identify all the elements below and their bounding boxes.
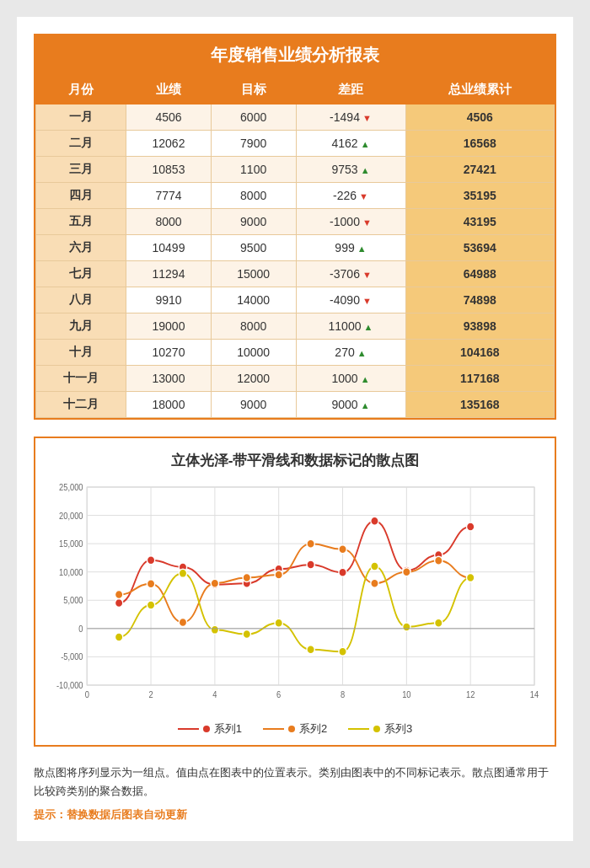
cell-total: 43195 — [405, 209, 555, 235]
table-row: 十月1027010000270 ▲104168 — [36, 340, 555, 366]
svg-point-64 — [339, 647, 346, 656]
svg-point-63 — [307, 646, 314, 654]
table-row: 八月991014000-4090 ▼74898 — [36, 287, 555, 313]
cell-target: 7900 — [211, 131, 296, 157]
cell-total: 53694 — [405, 235, 555, 261]
cell-month: 十二月 — [36, 392, 126, 418]
table-row: 四月77748000-226 ▼35195 — [36, 183, 555, 209]
cell-diff: 4162 ▲ — [296, 131, 405, 157]
cell-performance: 8000 — [126, 209, 212, 235]
cell-diff: -226 ▼ — [296, 183, 405, 209]
chart-legend: 系列1系列2系列3 — [44, 721, 546, 737]
svg-text:6: 6 — [276, 690, 281, 699]
chart-title: 立体光泽-带平滑线和数据标记的散点图 — [44, 451, 546, 470]
cell-diff: -4090 ▼ — [296, 287, 405, 313]
cell-total: 104168 — [405, 340, 555, 366]
cell-total: 93898 — [405, 313, 555, 340]
cell-target: 14000 — [211, 287, 296, 313]
legend-label: 系列2 — [299, 721, 327, 737]
legend-label: 系列3 — [384, 721, 412, 737]
cell-performance: 18000 — [126, 392, 212, 418]
svg-point-58 — [147, 601, 154, 609]
legend-item: 系列1 — [178, 721, 242, 737]
svg-point-66 — [403, 623, 410, 631]
tip-text: 替换数据后图表自动更新 — [67, 808, 187, 821]
svg-text:-5,000: -5,000 — [61, 652, 83, 662]
svg-point-46 — [147, 580, 154, 588]
table-header-cell: 月份 — [36, 76, 126, 104]
cell-total: 74898 — [405, 287, 555, 313]
cell-diff: 9000 ▲ — [296, 392, 405, 418]
legend-item: 系列2 — [263, 721, 327, 737]
cell-month: 八月 — [36, 287, 126, 313]
svg-point-54 — [403, 568, 410, 576]
svg-point-39 — [307, 560, 314, 569]
svg-text:-10,000: -10,000 — [56, 681, 83, 690]
table-row: 十二月1800090009000 ▲135168 — [36, 392, 555, 418]
table-body: 一月45066000-1494 ▼4506二月1206279004162 ▲16… — [36, 104, 555, 418]
legend-item: 系列3 — [348, 721, 412, 737]
cell-month: 一月 — [36, 104, 126, 131]
cell-diff: 999 ▲ — [296, 235, 405, 261]
table-row: 六月104999500999 ▲53694 — [36, 235, 555, 261]
cell-total: 16568 — [405, 131, 555, 157]
chart-section: 立体光泽-带平滑线和数据标记的散点图 -10,000-5,00005,00010… — [34, 437, 556, 747]
table-header-cell: 总业绩累计 — [405, 76, 555, 104]
description-text: 散点图将序列显示为一组点。值由点在图表中的位置表示。类别由图表中的不同标记表示。… — [34, 766, 549, 797]
description: 散点图将序列显示为一组点。值由点在图表中的位置表示。类别由图表中的不同标记表示。… — [34, 764, 556, 824]
svg-text:12: 12 — [466, 690, 475, 699]
svg-point-33 — [115, 599, 122, 608]
cell-total: 64988 — [405, 261, 555, 287]
svg-text:15,000: 15,000 — [59, 539, 83, 549]
svg-point-49 — [243, 573, 250, 581]
svg-point-41 — [371, 517, 378, 525]
cell-month: 六月 — [36, 235, 126, 261]
table-row: 七月1129415000-3706 ▼64988 — [36, 261, 555, 287]
data-table: 月份业绩目标差距总业绩累计 一月45066000-1494 ▼4506二月120… — [35, 75, 555, 418]
tip-label: 提示： — [34, 808, 67, 821]
table-row: 十一月13000120001000 ▲117168 — [36, 366, 555, 392]
cell-diff: 11000 ▲ — [296, 313, 405, 340]
svg-point-68 — [467, 573, 475, 581]
svg-text:25,000: 25,000 — [59, 483, 83, 492]
legend-dot — [203, 726, 210, 732]
cell-month: 十月 — [36, 340, 126, 366]
svg-text:4: 4 — [212, 690, 217, 699]
svg-text:8: 8 — [341, 690, 345, 699]
cell-performance: 13000 — [126, 366, 212, 392]
cell-month: 九月 — [36, 313, 126, 340]
svg-text:5,000: 5,000 — [63, 596, 83, 605]
cell-total: 35195 — [405, 183, 555, 209]
svg-point-53 — [371, 579, 378, 587]
svg-point-60 — [211, 625, 218, 634]
cell-target: 15000 — [211, 261, 296, 287]
chart-svg: -10,000-5,00005,00010,00015,00020,00025,… — [44, 479, 546, 715]
svg-point-48 — [211, 579, 218, 587]
legend-label: 系列1 — [214, 721, 242, 737]
cell-total: 135168 — [405, 392, 555, 418]
cell-performance: 10853 — [126, 157, 212, 183]
cell-diff: -1494 ▼ — [296, 104, 405, 131]
cell-target: 10000 — [211, 340, 296, 366]
chart-area: -10,000-5,00005,00010,00015,00020,00025,… — [44, 479, 546, 715]
cell-diff: -1000 ▼ — [296, 209, 405, 235]
svg-point-40 — [339, 568, 346, 576]
cell-total: 27421 — [405, 157, 555, 183]
table-header-cell: 目标 — [211, 76, 296, 104]
svg-point-47 — [179, 618, 186, 626]
cell-month: 四月 — [36, 183, 126, 209]
cell-target: 8000 — [211, 183, 296, 209]
cell-diff: 1000 ▲ — [296, 366, 405, 392]
cell-month: 七月 — [36, 261, 126, 287]
svg-text:10: 10 — [402, 690, 410, 699]
table-header-cell: 差距 — [296, 76, 405, 104]
svg-point-51 — [307, 539, 314, 548]
svg-text:0: 0 — [78, 624, 83, 634]
cell-diff: 9753 ▲ — [296, 157, 405, 183]
table-row: 五月80009000-1000 ▼43195 — [36, 209, 555, 235]
cell-diff: 270 ▲ — [296, 340, 405, 366]
legend-dot — [288, 726, 295, 732]
cell-target: 9000 — [211, 209, 296, 235]
svg-text:20,000: 20,000 — [59, 511, 83, 520]
svg-point-67 — [435, 619, 442, 627]
